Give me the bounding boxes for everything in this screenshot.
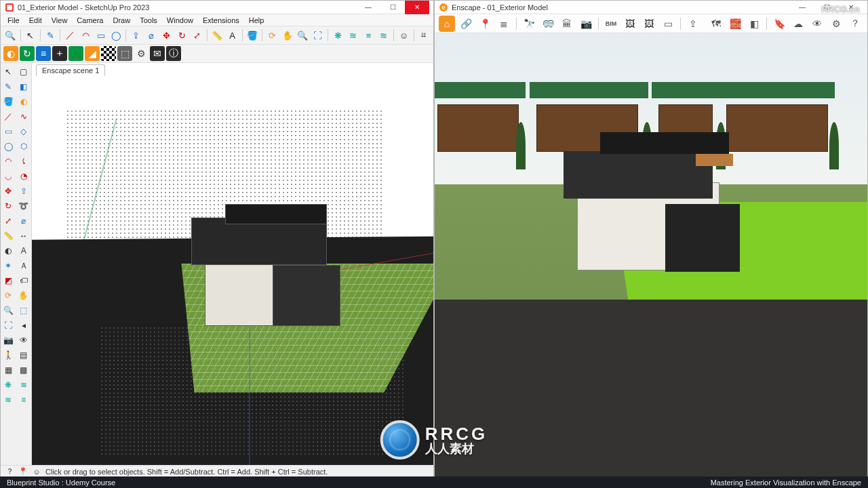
circle-tool-icon[interactable]: ◯ [109,28,123,43]
palette-scale-icon[interactable]: ⤢ [1,214,16,228]
offset-tool-icon[interactable]: ⌀ [144,28,159,43]
material-icon[interactable]: ◧ [746,16,762,32]
batch-1-icon[interactable]: 🖼 [622,16,638,32]
enscape-minimize-button[interactable]: — [790,1,814,14]
palette-freehand-icon[interactable]: ∿ [16,109,32,124]
palette-offset-icon[interactable]: ⌀ [16,214,32,228]
select-tool-icon[interactable]: ↖ [23,28,37,43]
move-tool-icon[interactable]: ✥ [159,28,174,43]
palette-polygon-icon[interactable]: ⬡ [16,139,32,154]
palette-zoomwin-icon[interactable]: ⬚ [16,303,32,318]
palette-ens1-icon[interactable]: ❋ [1,378,16,392]
enscape-close-button[interactable]: ✕ [839,1,863,14]
pushpull-tool-icon[interactable]: ⇪ [129,28,143,43]
enscape-viewport[interactable] [435,33,867,477]
ext-icon-5[interactable]: 🌲 [68,46,83,61]
link-icon[interactable]: 🔗 [458,16,474,32]
menu-help[interactable]: Help [245,16,269,25]
menu-view[interactable]: View [47,16,72,25]
enscape-export-icon[interactable]: ≋ [377,28,391,43]
extension-manager-icon[interactable]: ⌗ [417,28,431,43]
palette-followme-icon[interactable]: ➰ [16,199,32,214]
menu-camera[interactable]: Camera [73,16,107,25]
palette-protractor-icon[interactable]: ◐ [1,243,16,258]
help-icon[interactable]: ？ [847,16,863,32]
palette-zoome-icon[interactable]: ⛶ [1,318,16,333]
ext-icon-1[interactable]: ◐ [3,46,18,61]
tape-tool-icon[interactable]: 📏 [210,28,224,43]
orbit-tool-icon[interactable]: ⟳ [265,28,279,43]
palette-rotrect-icon[interactable]: ◇ [16,124,32,139]
palette-rect-icon[interactable]: ▭ [1,124,16,139]
palette-sample-icon[interactable]: ◐ [16,94,32,109]
zoom-extents-icon[interactable]: ⛶ [311,28,326,43]
palette-ens2-icon[interactable]: ≋ [16,378,32,392]
palette-pie-icon[interactable]: ◔ [16,169,32,184]
account-icon[interactable]: ☺ [397,28,411,43]
palette-prev-icon[interactable]: ◂ [16,318,32,333]
visual-settings-icon[interactable]: 👁 [809,16,825,32]
sketchup-canvas[interactable] [32,75,433,465]
palette-circle-icon[interactable]: ◯ [1,139,16,154]
palette-3dtext-icon[interactable]: Ａ [16,258,32,273]
palette-line-icon[interactable]: ／ [1,109,16,124]
close-button[interactable]: ✕ [405,1,429,14]
minimize-button[interactable]: — [356,1,380,14]
scale-tool-icon[interactable]: ⤢ [190,28,204,43]
palette-walk-icon[interactable]: 🚶 [1,348,16,363]
palette-rotate-icon[interactable]: ↻ [1,199,16,214]
palette-move-icon[interactable]: ✥ [1,184,16,199]
palette-dim-icon[interactable]: ↔ [16,228,32,243]
palette-ens3-icon[interactable]: ≋ [1,392,16,407]
palette-orbit-icon[interactable]: ⟳ [1,288,16,303]
palette-arc-icon[interactable]: ◠ [1,154,16,169]
video-icon[interactable]: ▭ [660,16,676,32]
palette-eraser-icon[interactable]: ✎ [1,79,16,94]
arc-tool-icon[interactable]: ◠ [79,28,93,43]
status-user-icon[interactable]: ☺ [32,467,41,476]
asset-lib-icon[interactable]: 🧱 [727,16,743,32]
palette-position-cam-icon[interactable]: 📷 [1,333,16,348]
panorama-icon[interactable]: 🏛 [559,16,575,32]
rectangle-tool-icon[interactable]: ▭ [94,28,108,43]
pan-tool-icon[interactable]: ✋ [281,28,295,43]
rotate-tool-icon[interactable]: ↻ [175,28,189,43]
screenshot-icon[interactable]: 📷 [578,16,594,32]
vr-icon[interactable]: 🥽 [540,16,556,32]
search-icon[interactable]: 🔍 [3,28,18,43]
enscape-views-icon[interactable]: ≡ [361,28,376,43]
scene-tab-1[interactable]: Enscape scene 1 [36,64,105,76]
batch-2-icon[interactable]: 🖼 [641,16,657,32]
palette-pushpull-icon[interactable]: ⇪ [16,184,32,199]
menu-tools[interactable]: Tools [136,16,161,25]
palette-section-icon[interactable]: ◩ [1,273,16,288]
ext-icon-2[interactable]: ↻ [20,46,35,61]
pin-icon[interactable]: 📍 [477,16,493,32]
settings-icon[interactable]: ⚙ [828,16,844,32]
palette-tag-icon[interactable]: 🏷 [16,273,32,288]
status-help-icon[interactable]: ？ [5,467,14,476]
maximize-button[interactable]: ☐ [380,1,405,14]
palette-solid2-icon[interactable]: ▩ [16,363,32,378]
ext-icon-3[interactable]: ≡ [36,46,51,61]
palette-text-icon[interactable]: A [16,243,32,258]
views-icon[interactable]: ≣ [496,16,512,32]
palette-paint-icon[interactable]: 🪣 [1,94,16,109]
palette-section2-icon[interactable]: ▤ [16,348,32,363]
ext-icon-10[interactable]: ✉ [150,46,165,61]
palette-tape-icon[interactable]: 📏 [1,228,16,243]
palette-zoom-icon[interactable]: 🔍 [1,303,16,318]
eraser-tool-icon[interactable]: ✎ [43,28,58,43]
ext-icon-8[interactable]: ⬚ [117,46,132,61]
palette-erase2-icon[interactable]: ◧ [16,79,32,94]
export-icon[interactable]: ⇪ [685,16,701,32]
line-tool-icon[interactable]: ／ [63,28,77,43]
palette-lasso-icon[interactable]: ▢ [16,64,32,79]
palette-axes-icon[interactable]: ✶ [1,258,16,273]
menu-window[interactable]: Window [163,16,197,25]
palette-solid1-icon[interactable]: ▦ [1,363,16,378]
palette-2pt-arc-icon[interactable]: ⤹ [16,154,32,169]
enscape-start-icon[interactable]: ❋ [331,28,345,43]
binoculars-icon[interactable]: 🔭 [521,16,537,32]
paint-tool-icon[interactable]: 🪣 [245,28,260,43]
